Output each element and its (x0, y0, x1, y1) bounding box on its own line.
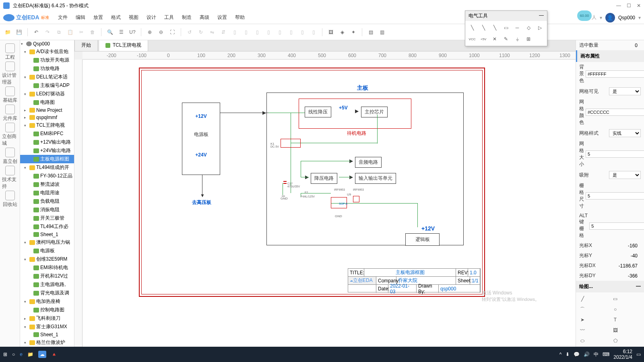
tree-item[interactable]: 功放开关电源 (20, 56, 74, 64)
align-r-icon[interactable]: ▯ (253, 28, 262, 37)
menu-高级[interactable]: 高级 (196, 12, 213, 23)
tree-item[interactable]: ▾电加热座椅 (20, 297, 74, 306)
grid-size-input[interactable] (586, 150, 644, 158)
port-icon[interactable]: ◇ (523, 23, 534, 33)
noconnect-icon[interactable]: ✕ (489, 34, 500, 44)
save-icon[interactable]: 💾 (14, 28, 23, 37)
arc-tool-icon[interactable]: ⌒ (578, 304, 587, 314)
edge-icon[interactable]: e (20, 352, 23, 357)
align-t-icon[interactable]: ▯ (264, 28, 273, 37)
flip-v-icon[interactable]: ⇵ (219, 28, 228, 37)
tray-ime[interactable]: 中 (594, 351, 599, 358)
tree-item[interactable]: Sheet_1 (20, 331, 74, 338)
nav-技术支持[interactable]: 技术支持 (2, 166, 18, 190)
tray-up-icon[interactable]: ^ (559, 352, 562, 357)
5v-icon[interactable]: +5V (478, 34, 489, 44)
tree-item[interactable]: 电路图 (20, 98, 74, 107)
tree-item[interactable]: ▾TL494组成的开 (20, 163, 74, 172)
tree-item[interactable]: ▾A/D读卡低音炮 (20, 47, 74, 56)
image-tool-icon[interactable]: 🖼 (611, 325, 620, 335)
panel-header[interactable]: 电气工具 — (465, 11, 547, 21)
u-icon[interactable]: U? (128, 28, 137, 37)
tab-TCL王牌电视[interactable]: TCL王牌电视 (99, 40, 148, 51)
text-tool-icon[interactable]: T (611, 315, 620, 325)
tree-item[interactable]: 开关三极管 (20, 214, 74, 222)
menu-编辑[interactable]: 编辑 (72, 12, 89, 23)
net-label-icon[interactable]: ▭ (501, 23, 511, 33)
snap-size-input[interactable] (586, 192, 644, 200)
tree-item[interactable]: 主板电源框图 (20, 155, 74, 163)
electrical-tools-panel[interactable]: 电气工具 — ╲ ╲ ╲ ▭ ─ ◇ ▷ VCC +5V ✕ ✎ ⏚ ⊞ (465, 10, 547, 46)
explorer-icon[interactable]: 📁 (27, 352, 33, 357)
eye-badge[interactable]: 60.00 (577, 10, 592, 21)
zoom-in-icon[interactable]: ⊕ (145, 28, 154, 37)
filter-icon[interactable]: ☰ (117, 28, 126, 37)
tree-item[interactable]: Sheet_1 (20, 231, 74, 238)
notification-icon[interactable]: ▭ (636, 352, 641, 357)
copy-icon[interactable]: ⧉ (54, 28, 63, 37)
maximize-button[interactable]: ☐ (627, 3, 631, 8)
zoom-fit-icon[interactable]: ⛶ (168, 28, 177, 37)
label-icon[interactable]: ─ (512, 23, 522, 33)
cortana-icon[interactable]: ○ (12, 352, 15, 357)
tree-item[interactable]: EMI和PFC (20, 130, 74, 138)
tree-item[interactable]: 主电源电路, (20, 280, 74, 289)
flag-icon[interactable]: ▷ (535, 23, 545, 33)
tray-vol-icon[interactable]: 🔊 (584, 352, 590, 357)
tree-item[interactable]: +24V输出电路 (20, 146, 74, 155)
align-b-icon[interactable]: ▯ (287, 28, 295, 37)
menu-放置[interactable]: 放置 (89, 12, 107, 23)
nav-立创商城[interactable]: 立创商城 (2, 123, 18, 147)
edit-icon[interactable]: ✎ (501, 34, 511, 44)
doc2-icon[interactable]: ▥ (378, 28, 386, 37)
tree-item[interactable]: ▾澳柯玛电压力锅 (20, 238, 74, 247)
tree-item[interactable]: 整流滤波 (20, 180, 74, 189)
tree-item[interactable]: 开机和12V过 (20, 272, 74, 280)
search-icon[interactable]: 🔍 (105, 28, 114, 37)
tree-item[interactable]: ▾TCL王牌电视 (20, 121, 74, 130)
ellipse-tool-icon[interactable]: ⬭ (578, 336, 587, 346)
zoom-out-icon[interactable]: ⊖ (157, 28, 165, 37)
tree-item[interactable]: ▾富士康G31MX (20, 323, 74, 331)
grid-visible-select[interactable]: 是 (609, 87, 641, 95)
polygon-tool-icon[interactable]: ⬠ (611, 336, 620, 346)
app-task-icon[interactable]: ☁ (38, 351, 46, 358)
clock-date[interactable]: 2022/1/4 (613, 354, 632, 360)
rotate-left-icon[interactable]: ↺ (185, 28, 194, 37)
grid-style-select[interactable]: 实线 (609, 129, 641, 137)
vcc-icon[interactable]: VCC (467, 34, 477, 44)
nav-嘉立创[interactable]: 嘉立创 (2, 148, 18, 165)
alt-grid-input[interactable] (589, 222, 644, 230)
menu-设计[interactable]: 设计 (142, 12, 160, 23)
menu-制造[interactable]: 制造 (178, 12, 196, 23)
align-c-icon[interactable]: ▯ (242, 28, 250, 37)
tree-item[interactable]: 背光电源及调 (20, 289, 74, 297)
open-icon[interactable]: 📁 (3, 28, 12, 37)
menu-视图[interactable]: 视图 (125, 12, 142, 23)
dist-h-icon[interactable]: ▯ (298, 28, 307, 37)
rotate-right-icon[interactable]: ↻ (196, 28, 205, 37)
tree-item[interactable]: ▾LED灯驱动器 (20, 90, 74, 98)
component-icon[interactable]: ⊞ (523, 34, 534, 44)
schematic-canvas[interactable]: 主板 +12V 电源板 +24V ▶ ▼ 去高压板 (83, 60, 576, 335)
nav-工程[interactable]: 工程 (2, 43, 18, 61)
nav-回收站[interactable]: 回收站 (2, 191, 18, 208)
menu-文件[interactable]: 文件 (54, 12, 72, 23)
arrow-tool-icon[interactable]: ➤ (578, 315, 587, 325)
grid-color-input[interactable] (586, 109, 644, 116)
windows-taskbar[interactable]: ⊞ ○ e 📁 ☁ 🔺 ^ ⬇ 💬 🔊 中 ⌨ 6:12 2022/1/4 ▭ (0, 347, 644, 362)
align-l-icon[interactable]: ▯ (230, 28, 239, 37)
bus-icon[interactable]: ╲ (478, 23, 489, 33)
nav-基础库[interactable]: 基础库 (2, 86, 18, 104)
polyline-tool-icon[interactable]: 〰 (578, 325, 587, 335)
tree-item[interactable]: +12V输出电路 (20, 138, 74, 146)
project-tree[interactable]: ▾ Qsp000 ▾A/D读卡低音炮功放开关电源功放电路▾DELL笔记本适主板编… (20, 40, 74, 347)
canvas-area[interactable]: -200-10001002003004005006007008009001000… (74, 51, 576, 347)
panel-minimize-icon[interactable]: — (539, 12, 544, 19)
app2-task-icon[interactable]: 🔺 (51, 352, 57, 357)
tray-keyboard-icon[interactable]: ⌨ (603, 352, 609, 357)
line-tool-icon[interactable]: ╱ (578, 294, 587, 304)
panel-minimize-icon[interactable]: — (636, 283, 641, 290)
tree-item[interactable]: TL494工作必 (20, 222, 74, 231)
avatar[interactable]: 👤 (605, 13, 615, 23)
